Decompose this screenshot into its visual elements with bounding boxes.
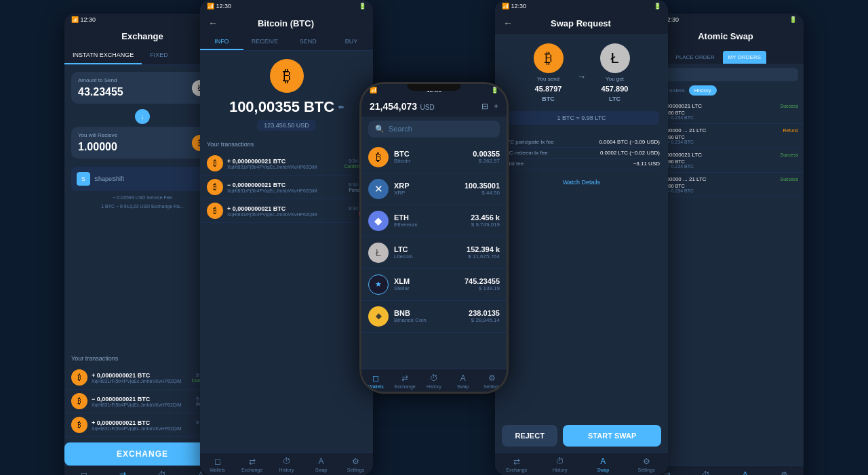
tx-item-3[interactable]: ₿ + 0,0000000021 BTC XqHt831rFj5tr4PVjqE… xyxy=(64,413,220,437)
wallet-total: 21,454,073 xyxy=(370,101,417,112)
btc-tab-info[interactable]: INFO xyxy=(200,34,243,50)
wallet-item-btc[interactable]: ₿ BTC Bitcoin 0.00355 $ 262.57 xyxy=(361,142,507,173)
phone-nav-exchange-label: Exchange xyxy=(395,384,416,389)
order-top-4: x,00000000 ... 21 LTC Success xyxy=(653,176,798,182)
wallet-amounts-ltc: 152.394 k $ 11,675,764 xyxy=(467,245,500,260)
atomic-nav-swap[interactable]: A Swap xyxy=(726,470,765,475)
tx-icon-btc-1: ₿ xyxy=(71,369,87,386)
swap-get-amount: 457.890 xyxy=(601,85,629,93)
filter-icon[interactable]: ⊟ xyxy=(481,102,488,111)
btc-tab-receive[interactable]: RECEIVE xyxy=(243,34,287,50)
swap-nav-exchange[interactable]: ⇄ Exchange xyxy=(495,457,538,472)
btc-tx-details-2: − 0,0000000021 BTC XqHt831rFj5tr4PVjqEc.… xyxy=(227,182,344,193)
order-secondary-3: x 457.890 BTC xyxy=(653,159,798,164)
btc-tab-send[interactable]: SEND xyxy=(287,34,330,50)
swap-nav-history-label: History xyxy=(553,468,568,472)
send-amount[interactable]: 43.23455 xyxy=(78,86,207,98)
btc-nav-settings-icon: ⚙ xyxy=(352,457,359,466)
history-btn[interactable]: History xyxy=(689,85,717,96)
atomic-nav-settings[interactable]: ⚙ Settings xyxy=(765,470,804,475)
wallet-item-xlm[interactable]: ★ XLM Stellar 745.23455 $ 139.19 xyxy=(361,269,507,301)
order-item-4[interactable]: x,00000000 ... 21 LTC Success x 457.890 … xyxy=(648,173,804,197)
btc-back-arrow[interactable]: ← xyxy=(208,18,218,28)
wallet-item-bnb[interactable]: ◈ BNB Binance Coin 238.0135 $ 28,845.14 xyxy=(361,301,507,333)
btc-tx-amount-2: − 0,0000000021 BTC xyxy=(227,182,344,188)
tx-title: Your transactions xyxy=(71,355,118,362)
btc-balance-usd: 123,456.50 USD xyxy=(257,120,316,131)
swap-nav-swap[interactable]: A Swap xyxy=(582,457,625,472)
wallet-item-ltc[interactable]: Ł LTC Litecoin 152.394 k $ 11,675,764 xyxy=(361,237,507,269)
phone-nav-history[interactable]: ⏱ History xyxy=(420,373,449,389)
order-item-1[interactable]: x,00000000021 LTC Success x 457.890 BTC … xyxy=(648,100,804,124)
wallet-ticker-ltc: LTC xyxy=(394,245,461,253)
btc-tx-amount-1: + 0,0000000021 BTC xyxy=(227,158,340,165)
order-rate-2: 1 LTC = 0.234 BTC xyxy=(653,140,798,144)
btc-nav-swap[interactable]: A Swap xyxy=(304,457,338,472)
phone-nav-settings-icon: ⚙ xyxy=(488,373,496,383)
nav-exchange[interactable]: ⇄ Exchange xyxy=(104,470,143,475)
btc-edit-icon[interactable]: ✏ xyxy=(338,104,344,111)
btc-tab-buy[interactable]: BUY xyxy=(330,34,373,50)
btc-screen: 📶 12:30 🔋 ← Bitcoin (BTC) INFO RECEIVE S… xyxy=(200,0,373,475)
swap-nav-history[interactable]: ⏱ History xyxy=(538,457,582,472)
phone-frame: 📶 12:30 🔋 21,454,073 USD ⊟ + 🔍 Search xyxy=(359,82,509,394)
btc-tx-header: Your transactions ↻ xyxy=(200,136,373,152)
atomic-nav-history[interactable]: ⏱ History xyxy=(687,470,726,475)
order-secondary-1: x 457.890 BTC xyxy=(653,110,798,115)
order-item-3[interactable]: x,00000000021 LTC Success x 457.890 BTC … xyxy=(648,148,804,173)
search-bar[interactable]: 🔍 Search xyxy=(368,121,500,138)
watch-details-link[interactable]: Watch Details xyxy=(495,173,668,191)
btc-nav-wallets[interactable]: ◻ Wallets xyxy=(200,457,235,472)
receive-box: You will Recieve 1.00000 ₿ xyxy=(71,127,214,159)
btc-nav-history[interactable]: ⏱ History xyxy=(269,457,304,472)
fee-key-1: BTC paricipate tx fee xyxy=(503,139,554,145)
btc-tx-item-1[interactable]: ₿ + 0,0000000021 BTC XqHt831rFj5tr4PVjqE… xyxy=(200,152,373,175)
tx-icon-btc-2: ₿ xyxy=(71,393,87,409)
phone-nav-wallets-icon: ◻ xyxy=(372,373,379,383)
swap-back-arrow[interactable]: ← xyxy=(503,18,513,28)
phone-nav-swap[interactable]: A Swap xyxy=(448,373,477,389)
phone-nav-wallets[interactable]: ◻ Wallets xyxy=(361,373,391,389)
atomic-search[interactable]: ch xyxy=(653,68,798,81)
btc-nav-settings[interactable]: ⚙ Settings xyxy=(338,457,373,472)
swap-nav-settings[interactable]: ⚙ Settings xyxy=(625,457,668,472)
shapeshift-logo: S xyxy=(77,172,90,186)
start-swap-button[interactable]: START SWAP xyxy=(563,425,661,447)
btc-tx-item-3[interactable]: ₿ + 0,0000000021 BTC XqHt831rFj5tr4PVjqE… xyxy=(200,199,373,223)
atomic-tab-place[interactable]: PLACE ORDER xyxy=(670,51,719,64)
tab-fixed[interactable]: FIXED xyxy=(142,47,176,64)
swap-arrow[interactable]: ↓ xyxy=(71,109,214,124)
phone-nav-exchange[interactable]: ⇄ Exchange xyxy=(391,373,420,389)
wallet-item-eth[interactable]: ◆ ETH Ethereum 23.456 k $ 9,749,019 xyxy=(361,205,507,237)
tx-from-1: XqHt831rFj5tr4PVjqEc.JmhbVKvHP62QiM xyxy=(92,379,188,384)
plus-icon[interactable]: + xyxy=(494,102,498,111)
nav-history-exchange[interactable]: ⏱ History xyxy=(142,470,182,475)
wallet-usd-xrp: $ 44.50 xyxy=(465,190,500,196)
tx-item-2[interactable]: ₿ − 0,0000000021 BTC XqHt831rFj5tr4PVjqE… xyxy=(64,390,220,413)
wallet-item-xrp[interactable]: ✕ XRP XRP 100.35001 $ 44.50 xyxy=(361,173,507,205)
swap-get-ticker: LTC xyxy=(609,96,620,102)
tab-instant-exchange[interactable]: INSTATN EXCHANGE xyxy=(64,47,142,64)
wallet-amounts-xrp: 100.35001 $ 44.50 xyxy=(465,182,500,196)
swap-get-ltc-icon: Ł xyxy=(600,43,630,73)
btc-nav-exchange[interactable]: ⇄ Exchange xyxy=(235,457,269,472)
btc-tx-from-1: XqHt831rFj5tr4PVjqEc.JmhbVKvHP62QiM xyxy=(227,165,340,169)
phone-nav-history-label: History xyxy=(427,384,441,389)
reject-button[interactable]: REJECT xyxy=(502,425,557,447)
fee-text2: 1 BTC ~ 8 913,23 USD Exchange Ra... xyxy=(71,204,214,209)
receive-amount[interactable]: 1.00000 xyxy=(78,141,207,153)
btc-tx-item-2[interactable]: ₿ − 0,0000000021 BTC XqHt831rFj5tr4PVjqE… xyxy=(200,175,373,199)
btc-balance-ticker: BTC xyxy=(304,98,334,116)
order-item-2[interactable]: x,00000000 ... 21 LTC Refund x 457.890 B… xyxy=(648,124,804,148)
exchange-button[interactable]: EXCHANGE xyxy=(64,442,220,466)
fee-row-3: Total fee ~3.11 USD xyxy=(503,159,660,169)
atomic-tab-myorders[interactable]: MY ORDERS xyxy=(723,51,766,64)
nav-wallets-exchange[interactable]: ◻ Wallets xyxy=(64,470,104,475)
swap-status-bar: 📶 12:30 🔋 xyxy=(495,0,668,12)
wallet-crypto-xrp: 100.35001 xyxy=(465,182,500,190)
btc-tx-icon-3: ₿ xyxy=(207,203,223,219)
order-top-1: x,00000000021 LTC Success xyxy=(653,103,798,109)
swap-status-right: 🔋 xyxy=(654,3,661,9)
wallet-ticker-xrp: XRP xyxy=(394,182,459,190)
tx-item-1[interactable]: ₿ + 0,0000000021 BTC XqHt831rFj5tr4PVjqE… xyxy=(64,366,220,390)
